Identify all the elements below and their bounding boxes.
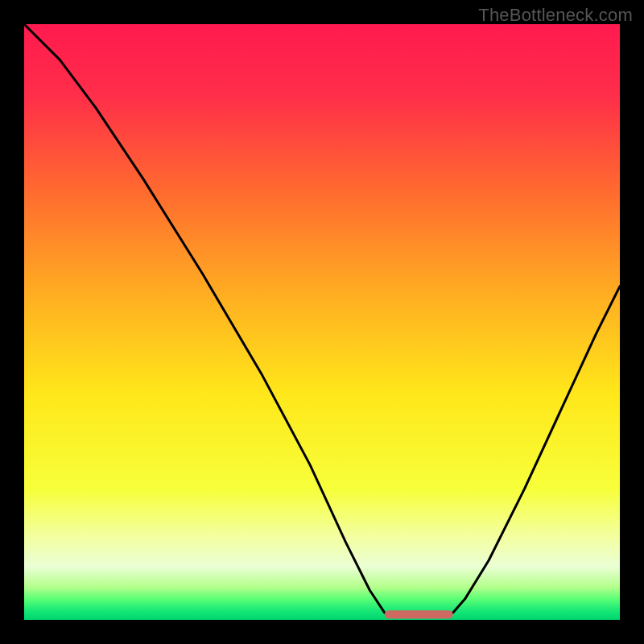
optimal-range-marker [385, 610, 453, 618]
chart-container: TheBottleneck.com [0, 0, 644, 644]
watermark-text: TheBottleneck.com [478, 5, 633, 26]
gradient-background [24, 24, 620, 620]
bottleneck-chart [0, 0, 644, 644]
